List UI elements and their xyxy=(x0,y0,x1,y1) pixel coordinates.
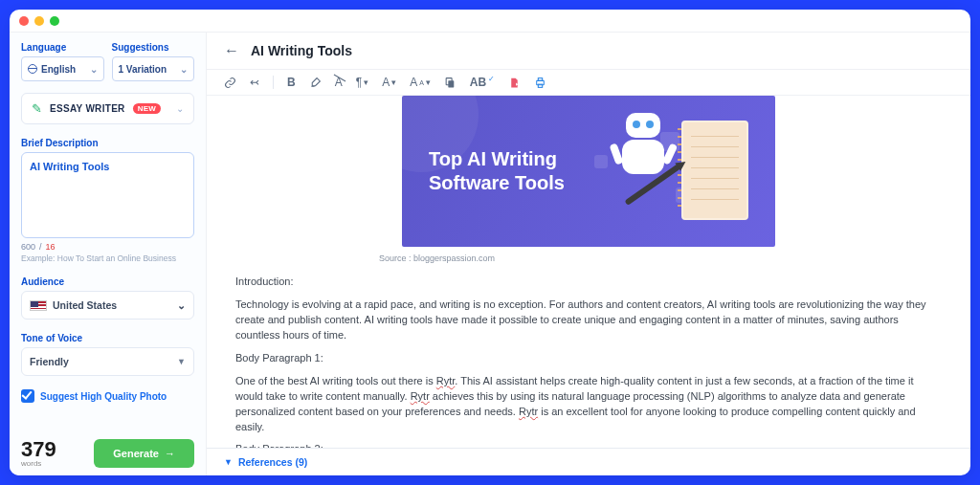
main-panel: ← AI Writing Tools ↢ B A ¶▾ A▾ AA▾ AB✓ xyxy=(207,33,970,475)
hero-image: Top AI Writing Software Tools xyxy=(402,96,775,247)
audience-value: United States xyxy=(53,299,117,311)
checkbox-checked-icon xyxy=(21,389,34,403)
app-body: Language English ⌄ Suggestions 1 Variati… xyxy=(10,33,970,475)
robot-icon xyxy=(626,113,660,138)
tone-select[interactable]: Friendly ▼ xyxy=(21,347,194,376)
clear-format-tool[interactable]: A xyxy=(335,76,343,89)
notepad-icon xyxy=(681,121,748,220)
caret-down-icon: ▼ xyxy=(224,457,233,467)
paragraph-tool[interactable]: ¶▾ xyxy=(356,76,368,89)
suggest-photo-toggle[interactable]: Suggest High Quality Photo xyxy=(21,389,194,403)
suggestions-label: Suggestions xyxy=(112,42,195,53)
svg-rect-3 xyxy=(539,77,543,80)
flag-us-icon xyxy=(30,300,47,311)
svg-rect-4 xyxy=(539,84,543,87)
image-source: Source : bloggerspassion.com xyxy=(379,253,942,265)
body1-paragraph: One of the best AI writing tools out the… xyxy=(235,374,942,435)
chevron-down-icon: ⌄ xyxy=(176,103,184,114)
brief-example: Example: How To Start an Online Business xyxy=(21,254,194,263)
audience-select[interactable]: United States ⌄ xyxy=(21,291,194,320)
template-select[interactable]: ✎ ESSAY WRITER NEW ⌄ xyxy=(21,93,194,124)
arrow-right-icon: → xyxy=(165,448,175,459)
svg-rect-0 xyxy=(448,80,454,87)
print-tool[interactable] xyxy=(534,77,546,89)
intro-heading: Introduction: xyxy=(235,275,942,290)
maximize-icon[interactable] xyxy=(50,16,59,26)
caret-down-icon: ▼ xyxy=(177,357,186,366)
editor-toolbar: ↢ B A ¶▾ A▾ AA▾ AB✓ xyxy=(207,70,970,96)
audience-label: Audience xyxy=(21,276,194,287)
brief-input[interactable] xyxy=(21,152,194,238)
body1-heading: Body Paragraph 1: xyxy=(235,351,942,366)
back-button[interactable]: ← xyxy=(224,42,239,59)
word-counter: 379 words xyxy=(21,440,56,468)
chevron-down-icon: ⌄ xyxy=(177,299,186,311)
highlight-tool[interactable] xyxy=(309,77,322,89)
references-label: References (9) xyxy=(238,456,307,468)
language-value: English xyxy=(41,64,76,75)
chevron-down-icon: ⌄ xyxy=(180,64,188,75)
suggest-photo-label: Suggest High Quality Photo xyxy=(40,391,167,402)
feather-icon: ✎ xyxy=(32,101,42,116)
generate-button[interactable]: Generate → xyxy=(94,439,194,468)
chevron-down-icon: ⌄ xyxy=(90,64,98,75)
tone-label: Tone of Voice xyxy=(21,333,194,343)
char-counter: 600 / 16 xyxy=(21,242,194,252)
intro-paragraph: Technology is evolving at a rapid pace, … xyxy=(235,298,942,343)
app-window: Language English ⌄ Suggestions 1 Variati… xyxy=(10,10,970,475)
language-select[interactable]: English ⌄ xyxy=(21,56,104,81)
main-header: ← AI Writing Tools xyxy=(207,33,970,70)
suggestions-select[interactable]: 1 Variation ⌄ xyxy=(112,56,195,81)
references-toggle[interactable]: ▼ References (9) xyxy=(207,448,970,475)
copy-tool[interactable] xyxy=(444,77,457,89)
tone-value: Friendly xyxy=(30,356,69,367)
close-icon[interactable] xyxy=(19,16,29,26)
language-label: Language xyxy=(21,42,104,53)
link-tool[interactable] xyxy=(224,77,236,89)
brief-label: Brief Description xyxy=(21,138,194,148)
template-name: ESSAY WRITER xyxy=(50,103,125,114)
titlebar xyxy=(10,10,970,33)
minimize-icon[interactable] xyxy=(34,16,44,26)
suggestions-value: 1 Variation xyxy=(119,64,167,75)
export-tool[interactable] xyxy=(508,77,521,89)
font-size-tool[interactable]: AA▾ xyxy=(410,76,431,89)
new-badge: NEW xyxy=(133,103,162,114)
editor-content[interactable]: Top AI Writing Software Tools Source : b… xyxy=(207,96,970,448)
arrow-tool[interactable]: ↢ xyxy=(250,76,259,89)
font-style-tool[interactable]: A▾ xyxy=(382,76,396,89)
bold-tool[interactable]: B xyxy=(287,76,296,89)
page-title: AI Writing Tools xyxy=(251,43,352,58)
globe-icon xyxy=(28,64,37,74)
spellcheck-tool[interactable]: AB✓ xyxy=(470,76,495,89)
sidebar: Language English ⌄ Suggestions 1 Variati… xyxy=(10,33,207,475)
